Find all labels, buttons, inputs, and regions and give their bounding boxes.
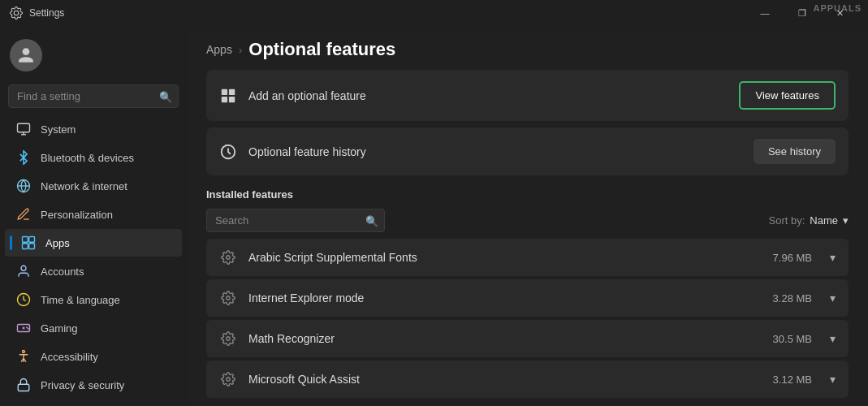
add-feature-icon (219, 87, 237, 105)
sidebar-item-label: Apps (45, 237, 70, 249)
sidebar-item-label: Personalization (41, 209, 113, 221)
breadcrumb-apps[interactable]: Apps (206, 43, 232, 56)
sidebar-search-box[interactable]: 🔍 (8, 84, 179, 108)
svg-rect-21 (229, 96, 235, 102)
feature-list: Arabic Script Supplemental Fonts 7.96 MB… (206, 239, 849, 398)
svg-rect-19 (229, 89, 235, 94)
sort-label: Sort by: (769, 214, 805, 227)
active-indicator (10, 235, 12, 250)
sidebar-item-personalization[interactable]: Personalization (5, 201, 182, 228)
feature-name: Microsoft Quick Assist (248, 373, 762, 386)
feature-icon-1 (219, 289, 237, 307)
see-history-button[interactable]: See history (754, 139, 836, 164)
main-panel: Apps › Optional features Add an optional… (187, 26, 868, 406)
sidebar-item-label: Accounts (41, 266, 84, 278)
history-label: Optional feature history (248, 145, 742, 158)
feature-name: Math Recognizer (248, 332, 762, 345)
history-icon (219, 143, 237, 161)
sidebar-item-label: Network & internet (41, 180, 127, 192)
sidebar-item-windows-update[interactable]: Windows Update (5, 400, 182, 406)
sort-value: Name (810, 214, 838, 227)
svg-rect-0 (18, 123, 30, 132)
svg-rect-8 (29, 244, 35, 249)
sidebar-item-apps[interactable]: Apps (5, 229, 182, 257)
sidebar-item-accounts[interactable]: Accounts (5, 257, 182, 285)
expand-chevron-icon: ▾ (830, 332, 836, 345)
privacy-nav-icon (16, 378, 31, 392)
accessibility-nav-icon (16, 349, 31, 364)
svg-point-9 (21, 266, 26, 270)
sidebar-search-input[interactable] (8, 84, 179, 108)
sidebar-nav: System Bluetooth & devices Network & int… (0, 114, 187, 406)
sidebar: 🔍 System Bluetooth & devices Network & i… (0, 26, 187, 406)
expand-chevron-icon: ▾ (830, 373, 836, 386)
feature-size: 3.12 MB (773, 374, 812, 386)
feature-name: Internet Explorer mode (248, 292, 762, 304)
titlebar: Settings — ❐ ✕ (0, 0, 868, 26)
svg-rect-18 (222, 89, 227, 94)
svg-rect-7 (23, 244, 28, 249)
sidebar-item-time[interactable]: Time & language (5, 286, 182, 313)
svg-rect-20 (222, 96, 227, 102)
avatar (10, 39, 42, 71)
sort-control[interactable]: Sort by: Name ▾ (769, 214, 849, 227)
sidebar-item-label: Time & language (41, 294, 120, 306)
feature-icon-2 (219, 330, 237, 348)
content-area: Add an optional feature View features Op… (187, 70, 868, 406)
time-nav-icon (16, 292, 31, 307)
personalization-nav-icon (16, 207, 31, 222)
sidebar-item-label: Accessibility (41, 351, 98, 363)
add-feature-card: Add an optional feature View features (206, 70, 849, 121)
page-title: Optional features (248, 39, 395, 60)
sidebar-item-gaming[interactable]: Gaming (5, 314, 182, 342)
system-nav-icon (16, 122, 31, 136)
feature-search-input[interactable] (206, 209, 385, 232)
sidebar-item-label: Gaming (41, 322, 78, 335)
feature-size: 7.96 MB (773, 252, 812, 264)
history-card: Optional feature history See history (206, 127, 849, 175)
minimize-button[interactable]: — (746, 0, 784, 26)
svg-point-14 (27, 327, 28, 328)
sidebar-item-accessibility[interactable]: Accessibility (5, 343, 182, 370)
sidebar-item-label: Privacy & security (41, 379, 124, 391)
sidebar-item-bluetooth[interactable]: Bluetooth & devices (5, 144, 182, 171)
expand-chevron-icon: ▾ (830, 251, 836, 264)
app-body: 🔍 System Bluetooth & devices Network & i… (0, 26, 868, 406)
feature-search-box[interactable]: 🔍 (206, 209, 385, 232)
feature-size: 30.5 MB (773, 333, 812, 345)
breadcrumb: Apps › Optional features (187, 26, 868, 70)
accounts-nav-icon (16, 264, 31, 279)
svg-point-15 (28, 328, 28, 329)
feature-item[interactable]: Internet Explorer mode 3.28 MB ▾ (206, 279, 849, 317)
svg-rect-17 (18, 384, 29, 391)
feature-icon-0 (219, 248, 237, 266)
svg-point-16 (23, 351, 25, 353)
features-controls: 🔍 Sort by: Name ▾ (206, 209, 849, 232)
bluetooth-nav-icon (16, 150, 31, 165)
sort-chevron-icon: ▾ (843, 214, 849, 227)
network-nav-icon (16, 179, 31, 193)
sidebar-item-label: Bluetooth & devices (41, 152, 134, 164)
watermark: APPUALS (806, 0, 868, 16)
sidebar-item-system[interactable]: System (5, 115, 182, 143)
expand-chevron-icon: ▾ (830, 292, 836, 304)
gaming-nav-icon (16, 321, 31, 335)
feature-search-icon: 🔍 (365, 214, 378, 227)
feature-item[interactable]: Arabic Script Supplemental Fonts 7.96 MB… (206, 239, 849, 276)
feature-item[interactable]: Math Recognizer 30.5 MB ▾ (206, 320, 849, 357)
sidebar-search-icon: 🔍 (159, 90, 172, 102)
svg-rect-6 (29, 237, 35, 243)
feature-item[interactable]: Microsoft Quick Assist 3.12 MB ▾ (206, 361, 849, 398)
feature-icon-3 (219, 370, 237, 388)
feature-size: 3.28 MB (773, 292, 812, 304)
user-section (0, 32, 187, 84)
installed-section-label: Installed features (206, 188, 849, 201)
settings-icon (10, 6, 23, 19)
breadcrumb-separator: › (239, 44, 242, 56)
sidebar-item-label: System (41, 123, 76, 136)
apps-nav-icon (21, 235, 36, 250)
view-features-button[interactable]: View features (739, 81, 836, 110)
feature-name: Arabic Script Supplemental Fonts (248, 251, 762, 264)
sidebar-item-network[interactable]: Network & internet (5, 172, 182, 200)
sidebar-item-privacy[interactable]: Privacy & security (5, 371, 182, 399)
